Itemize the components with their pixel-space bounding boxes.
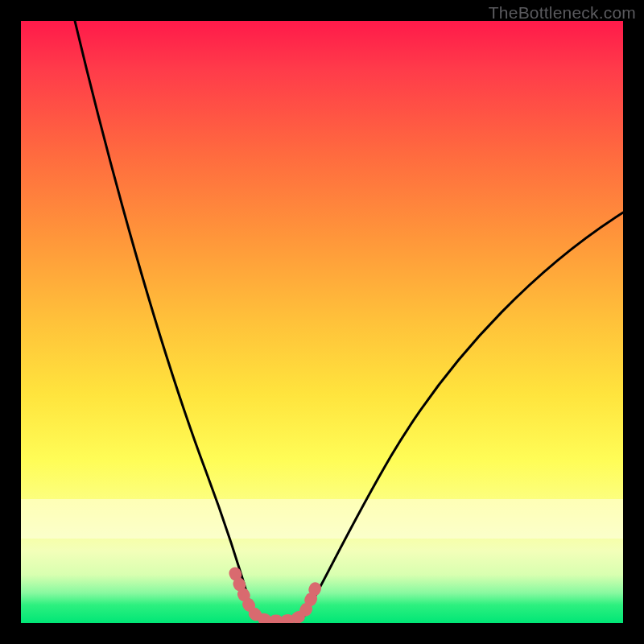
watermark-text: TheBottleneck.com	[489, 3, 636, 23]
chart-svg	[21, 21, 623, 623]
left-curve	[75, 21, 254, 616]
right-curve	[304, 213, 623, 616]
bottom-highlight-curve	[235, 573, 317, 621]
